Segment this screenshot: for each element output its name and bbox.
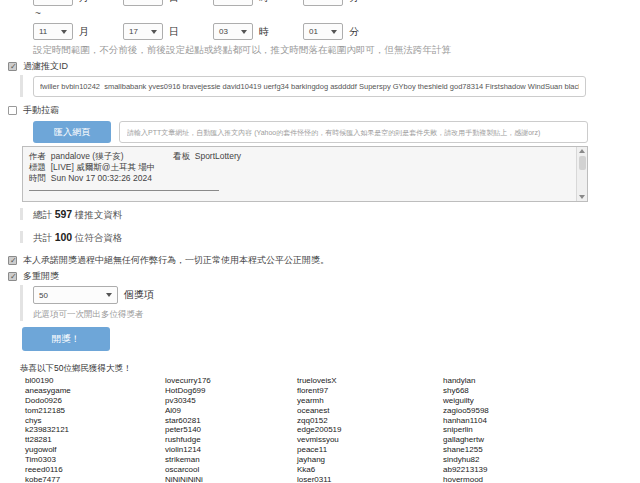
prize-count-select[interactable]: 50 (33, 286, 118, 304)
multi-draw-note: 此選項可一次開出多位得獎者 (33, 309, 640, 321)
winner-id: rushfudge (165, 435, 297, 445)
minute-unit-label: 分 (349, 0, 359, 5)
winner-id: oceanest (297, 406, 443, 416)
winner-id: yugowolf (25, 445, 165, 455)
multi-draw-label: 多重開獎 (23, 270, 59, 283)
winner-id: loser0311 (297, 475, 443, 483)
textarea-scrollbar[interactable] (576, 147, 587, 201)
qualified-count: 100 (55, 231, 73, 243)
multi-draw-section: 50 個獎項 此選項可一次開出多位得獎者 (20, 285, 640, 321)
month-unit-label: 月 (79, 25, 89, 39)
winner-id: reeed0116 (25, 465, 165, 475)
chevron-down-icon (331, 30, 337, 34)
draw-button[interactable]: 開獎！ (22, 327, 110, 351)
chevron-down-icon (61, 30, 67, 34)
time-range-tilde: ~ (35, 8, 640, 20)
filter-id-input[interactable] (33, 76, 586, 97)
winner-id: lovecurry176 (165, 376, 297, 386)
winner-id: Tim0303 (25, 455, 165, 465)
end-day-value: 17 (129, 27, 138, 36)
winner-id: Al09 (165, 406, 297, 416)
end-minute-value: 01 (309, 27, 318, 36)
article-board: 看板 SportLottery (173, 151, 241, 162)
winner-id: gallaghertw (443, 435, 640, 445)
end-minute-select[interactable]: 01 (303, 23, 343, 40)
start-month-select[interactable] (33, 0, 73, 6)
winner-column: handylanshy668weiguiltyzagioo59598hanhan… (443, 376, 640, 483)
filter-id-checkbox-row[interactable]: 過濾推文ID (8, 61, 640, 71)
winner-column: lovecurry176HotDog699pv30345Al09star6028… (165, 376, 297, 483)
scroll-down-icon[interactable] (579, 195, 585, 199)
hour-unit-label: 時 (259, 0, 269, 5)
winner-id: tt28281 (25, 435, 165, 445)
winner-id: k239832121 (25, 425, 165, 435)
multi-draw-checkbox[interactable] (8, 272, 17, 281)
winner-id: Kka6 (297, 465, 443, 475)
winner-column: trueloveisXflorent97yearmhoceanestzqq015… (297, 376, 443, 483)
prize-count-value: 50 (39, 291, 48, 300)
ptt-url-input[interactable] (119, 121, 588, 143)
winner-column: bl00190aneasygameDodo0926tom212185chysk2… (25, 376, 165, 483)
winner-id: weiguilty (443, 396, 640, 406)
filter-id-checkbox[interactable] (8, 62, 17, 71)
winner-id: oscarcool (165, 465, 297, 475)
end-hour-value: 03 (219, 27, 228, 36)
end-month-select[interactable]: 11 (33, 23, 73, 40)
prize-count-unit-label: 個獎項 (124, 288, 154, 302)
qualified-count-row: 共計 100 位符合資格 (20, 231, 640, 243)
winner-id: pv30345 (165, 396, 297, 406)
winner-id: hovermood (443, 475, 640, 483)
manual-checkbox[interactable] (8, 106, 17, 115)
article-content-textarea[interactable]: 作者 pandalove (獏子亥) 看板 SportLottery 標題 [L… (22, 146, 588, 202)
winner-id: hanhan1104 (443, 416, 640, 426)
winner-id: yearmh (297, 396, 443, 406)
scroll-up-icon[interactable] (579, 149, 585, 153)
multi-draw-checkbox-row[interactable]: 多重開獎 (8, 271, 640, 281)
winner-id: shy668 (443, 386, 640, 396)
winner-id: strikeman (165, 455, 297, 465)
import-row: 匯入網頁 (33, 121, 588, 143)
scrollbar-thumb[interactable] (579, 156, 586, 170)
filter-id-label: 過濾推文ID (23, 60, 68, 73)
winner-id: peter5140 (165, 425, 297, 435)
start-hour-select[interactable] (213, 0, 253, 6)
import-page-button[interactable]: 匯入網頁 (33, 121, 111, 143)
time-range-help-text: 設定時間範圍，不分前後，前後設定起點或終點都可以，推文時間落在範圍內即可，但無法… (33, 44, 640, 55)
chevron-down-icon (151, 30, 157, 34)
chevron-down-icon (241, 30, 247, 34)
winner-id: sindyhu82 (443, 455, 640, 465)
total-comments-count: 597 (55, 208, 73, 220)
winner-id: handylan (443, 376, 640, 386)
pledge-checkbox-row[interactable]: 本人承諾開獎過程中絕無任何作弊行為，一切正常使用本程式公平公正開獎。 (8, 255, 640, 265)
article-title: 標題 [LIVE] 威爾斯@土耳其 場中 (29, 162, 571, 173)
end-day-select[interactable]: 17 (123, 23, 163, 40)
filter-id-section (20, 75, 640, 97)
start-day-select[interactable] (123, 0, 163, 6)
pledge-checkbox[interactable] (8, 256, 17, 265)
article-header-row: 作者 pandalove (獏子亥) 看板 SportLottery (29, 151, 571, 162)
hour-unit-label: 時 (259, 25, 269, 39)
winner-id: edge200519 (297, 425, 443, 435)
month-unit-label: 月 (79, 0, 89, 5)
winner-id: shane1255 (443, 445, 640, 455)
day-unit-label: 日 (169, 0, 179, 5)
winner-id: violin1214 (165, 445, 297, 455)
winner-id: kobe7477 (25, 475, 165, 483)
winner-id: jayhang (297, 455, 443, 465)
start-minute-select[interactable] (303, 0, 343, 6)
datetime-row-start-clipped: 月 日 時 分 (0, 0, 640, 7)
winner-id: star60281 (165, 416, 297, 426)
winner-id: zqq0152 (297, 416, 443, 426)
minute-unit-label: 分 (349, 25, 359, 39)
winner-id: bl00190 (25, 376, 165, 386)
pledge-label: 本人承諾開獎過程中絕無任何作弊行為，一切正常使用本程式公平公正開獎。 (23, 254, 329, 267)
article-separator-line (29, 190, 219, 191)
winners-grid: bl00190aneasygameDodo0926tom212185chysk2… (25, 376, 640, 483)
end-hour-select[interactable]: 03 (213, 23, 253, 40)
winner-id: florent97 (297, 386, 443, 396)
total-comments-row: 總計 597 樓推文資料 (20, 208, 640, 220)
results-heading: 恭喜以下50位鄉民獲得大獎！ (20, 363, 640, 373)
manual-checkbox-row[interactable]: 手動拉霸 (8, 105, 640, 115)
end-month-value: 11 (39, 27, 47, 36)
winner-id: ab92213139 (443, 465, 640, 475)
